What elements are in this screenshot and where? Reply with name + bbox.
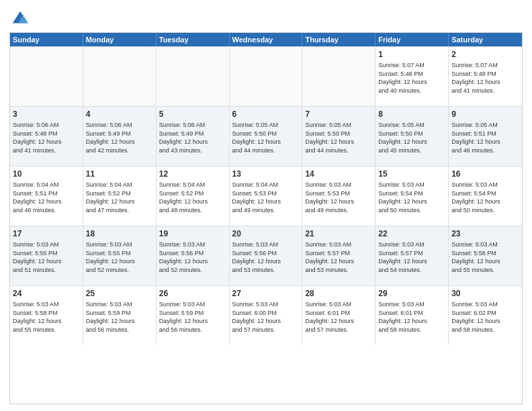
weekday-header-friday: Friday [375,33,449,46]
day-number: 18 [86,228,153,239]
calendar-cell: 27Sunrise: 5:03 AM Sunset: 6:00 PM Dayli… [230,286,303,345]
day-number: 11 [86,169,153,179]
cell-info: Sunrise: 5:04 AM Sunset: 5:52 PM Dayligh… [159,181,226,214]
day-number: 16 [451,169,519,179]
day-number: 5 [159,109,226,120]
cell-info: Sunrise: 5:03 AM Sunset: 5:55 PM Dayligh… [13,240,80,274]
calendar-cell: 24Sunrise: 5:03 AM Sunset: 5:58 PM Dayli… [10,286,83,345]
calendar-cell: 17Sunrise: 5:03 AM Sunset: 5:55 PM Dayli… [10,226,83,285]
day-number: 15 [378,169,445,179]
cell-info: Sunrise: 5:03 AM Sunset: 5:59 PM Dayligh… [86,300,153,334]
cell-info: Sunrise: 5:03 AM Sunset: 6:01 PM Dayligh… [378,300,445,334]
calendar-row-5: 24Sunrise: 5:03 AM Sunset: 5:58 PM Dayli… [10,285,522,345]
calendar-cell: 25Sunrise: 5:03 AM Sunset: 5:59 PM Dayli… [83,286,157,345]
cell-info: Sunrise: 5:06 AM Sunset: 5:48 PM Dayligh… [13,121,80,154]
calendar-cell: 1Sunrise: 5:07 AM Sunset: 5:48 PM Daylig… [375,47,449,106]
day-number: 22 [378,228,445,239]
calendar: SundayMondayTuesdayWednesdayThursdayFrid… [9,32,523,404]
day-number: 4 [86,109,153,120]
cell-info: Sunrise: 5:07 AM Sunset: 5:48 PM Dayligh… [378,61,445,95]
calendar-row-2: 3Sunrise: 5:06 AM Sunset: 5:48 PM Daylig… [10,106,522,166]
cell-info: Sunrise: 5:05 AM Sunset: 5:50 PM Dayligh… [378,121,445,154]
calendar-cell: 5Sunrise: 5:06 AM Sunset: 5:49 PM Daylig… [157,107,230,166]
weekday-header-tuesday: Tuesday [157,33,230,46]
calendar-cell: 4Sunrise: 5:06 AM Sunset: 5:49 PM Daylig… [83,107,157,166]
cell-info: Sunrise: 5:03 AM Sunset: 5:56 PM Dayligh… [159,240,226,274]
calendar-cell: 8Sunrise: 5:05 AM Sunset: 5:50 PM Daylig… [375,107,449,166]
calendar-cell: 6Sunrise: 5:05 AM Sunset: 5:50 PM Daylig… [230,107,303,166]
calendar-cell: 23Sunrise: 5:03 AM Sunset: 5:58 PM Dayli… [449,226,522,285]
calendar-cell: 14Sunrise: 5:03 AM Sunset: 5:53 PM Dayli… [302,167,375,226]
day-number: 10 [13,169,80,179]
cell-info: Sunrise: 5:07 AM Sunset: 5:48 PM Dayligh… [451,61,519,95]
day-number: 25 [86,288,153,299]
calendar-row-4: 17Sunrise: 5:03 AM Sunset: 5:55 PM Dayli… [10,226,522,285]
calendar-cell: 3Sunrise: 5:06 AM Sunset: 5:48 PM Daylig… [10,107,83,166]
cell-info: Sunrise: 5:03 AM Sunset: 5:56 PM Dayligh… [232,240,300,274]
day-number: 3 [13,109,80,120]
day-number: 20 [232,228,300,239]
cell-info: Sunrise: 5:05 AM Sunset: 5:51 PM Dayligh… [451,121,519,154]
day-number: 6 [232,109,300,120]
weekday-header-monday: Monday [83,33,157,46]
calendar-cell [83,47,157,106]
calendar-cell [10,47,83,106]
calendar-cell: 9Sunrise: 5:05 AM Sunset: 5:51 PM Daylig… [449,107,522,166]
calendar-cell: 13Sunrise: 5:04 AM Sunset: 5:53 PM Dayli… [230,167,303,226]
calendar-cell [230,47,303,106]
calendar-cell: 10Sunrise: 5:04 AM Sunset: 5:51 PM Dayli… [10,167,83,226]
weekday-header-saturday: Saturday [449,33,522,46]
day-number: 9 [451,109,519,120]
cell-info: Sunrise: 5:03 AM Sunset: 5:54 PM Dayligh… [378,181,445,214]
cell-info: Sunrise: 5:03 AM Sunset: 5:58 PM Dayligh… [13,300,80,334]
day-number: 7 [305,109,372,120]
calendar-cell: 16Sunrise: 5:03 AM Sunset: 5:54 PM Dayli… [449,167,522,226]
day-number: 30 [451,288,519,299]
calendar-body: 1Sunrise: 5:07 AM Sunset: 5:48 PM Daylig… [10,46,522,345]
page: SundayMondayTuesdayWednesdayThursdayFrid… [0,0,532,411]
day-number: 14 [305,169,372,179]
cell-info: Sunrise: 5:03 AM Sunset: 5:57 PM Dayligh… [378,240,445,274]
calendar-cell: 19Sunrise: 5:03 AM Sunset: 5:56 PM Dayli… [157,226,230,285]
day-number: 17 [13,228,80,239]
cell-info: Sunrise: 5:03 AM Sunset: 5:57 PM Dayligh… [305,240,372,274]
weekday-header-sunday: Sunday [10,33,83,46]
cell-info: Sunrise: 5:03 AM Sunset: 5:58 PM Dayligh… [451,240,519,274]
day-number: 23 [451,228,519,239]
calendar-cell: 22Sunrise: 5:03 AM Sunset: 5:57 PM Dayli… [375,226,449,285]
cell-info: Sunrise: 5:03 AM Sunset: 5:55 PM Dayligh… [86,240,153,274]
cell-info: Sunrise: 5:03 AM Sunset: 6:01 PM Dayligh… [305,300,372,334]
day-number: 1 [378,49,445,60]
logo-icon [11,9,30,28]
cell-info: Sunrise: 5:06 AM Sunset: 5:49 PM Dayligh… [159,121,226,154]
calendar-cell [157,47,230,106]
calendar-cell: 18Sunrise: 5:03 AM Sunset: 5:55 PM Dayli… [83,226,157,285]
calendar-cell: 20Sunrise: 5:03 AM Sunset: 5:56 PM Dayli… [230,226,303,285]
calendar-cell: 29Sunrise: 5:03 AM Sunset: 6:01 PM Dayli… [375,286,449,345]
cell-info: Sunrise: 5:03 AM Sunset: 5:53 PM Dayligh… [305,181,372,214]
cell-info: Sunrise: 5:04 AM Sunset: 5:52 PM Dayligh… [86,181,153,214]
calendar-cell: 12Sunrise: 5:04 AM Sunset: 5:52 PM Dayli… [157,167,230,226]
header [9,7,523,28]
calendar-cell [302,47,375,106]
day-number: 29 [378,288,445,299]
weekday-header-wednesday: Wednesday [230,33,303,46]
calendar-row-3: 10Sunrise: 5:04 AM Sunset: 5:51 PM Dayli… [10,166,522,226]
cell-info: Sunrise: 5:03 AM Sunset: 6:00 PM Dayligh… [232,300,300,334]
calendar-row-1: 1Sunrise: 5:07 AM Sunset: 5:48 PM Daylig… [10,46,522,106]
cell-info: Sunrise: 5:06 AM Sunset: 5:49 PM Dayligh… [86,121,153,154]
calendar-cell: 2Sunrise: 5:07 AM Sunset: 5:48 PM Daylig… [449,47,522,106]
day-number: 12 [159,169,226,179]
cell-info: Sunrise: 5:04 AM Sunset: 5:53 PM Dayligh… [232,181,300,214]
cell-info: Sunrise: 5:05 AM Sunset: 5:50 PM Dayligh… [232,121,300,154]
cell-info: Sunrise: 5:04 AM Sunset: 5:51 PM Dayligh… [13,181,80,214]
calendar-cell: 26Sunrise: 5:03 AM Sunset: 5:59 PM Dayli… [157,286,230,345]
calendar-cell: 30Sunrise: 5:03 AM Sunset: 6:02 PM Dayli… [449,286,522,345]
day-number: 8 [378,109,445,120]
logo [9,9,30,28]
calendar-cell: 15Sunrise: 5:03 AM Sunset: 5:54 PM Dayli… [375,167,449,226]
cell-info: Sunrise: 5:05 AM Sunset: 5:50 PM Dayligh… [305,121,372,154]
calendar-cell: 7Sunrise: 5:05 AM Sunset: 5:50 PM Daylig… [302,107,375,166]
weekday-header-thursday: Thursday [302,33,375,46]
cell-info: Sunrise: 5:03 AM Sunset: 5:54 PM Dayligh… [451,181,519,214]
